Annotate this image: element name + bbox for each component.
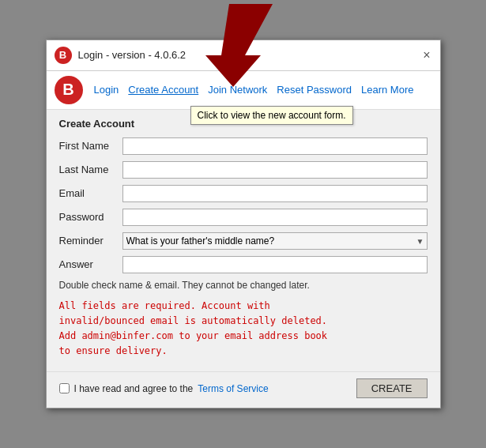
- email-input[interactable]: [122, 185, 428, 202]
- reminder-label: Reminder: [59, 235, 122, 247]
- last-name-label: Last Name: [59, 164, 122, 175]
- window-title: Login - version - 4.0.6.2: [78, 49, 186, 61]
- title-bar: B Login - version - 4.0.6.2 ×: [47, 40, 440, 71]
- close-button[interactable]: ×: [421, 49, 431, 62]
- warning-line-1: All fields are required. Account with: [59, 300, 270, 311]
- nav-logo: B: [55, 76, 83, 104]
- answer-input[interactable]: [122, 256, 428, 273]
- last-name-input[interactable]: [122, 161, 428, 179]
- app-icon: B: [55, 47, 72, 64]
- nav-link-create-account[interactable]: Create Account: [125, 82, 202, 97]
- tos-checkbox[interactable]: [59, 383, 70, 393]
- warning-line-3: Add admin@binfer.com to your email addre…: [59, 330, 328, 341]
- nav-link-join-network[interactable]: Join Network: [205, 82, 270, 97]
- answer-label: Answer: [59, 258, 122, 270]
- main-window: B Login - version - 4.0.6.2 × B Login Cr…: [46, 40, 441, 409]
- title-bar-left: B Login - version - 4.0.6.2: [55, 47, 186, 64]
- nav-link-login[interactable]: Login: [91, 82, 122, 97]
- warning-line-2: invalid/bounced email is automatically d…: [59, 315, 328, 326]
- last-name-row: Last Name: [59, 161, 428, 179]
- footer: I have read and agree to the Terms of Se…: [47, 371, 440, 408]
- first-name-input[interactable]: [122, 137, 428, 155]
- password-label: Password: [59, 211, 122, 223]
- nav-link-reset-password[interactable]: Reset Password: [273, 82, 355, 97]
- tooltip: Click to view the new account form.: [190, 106, 353, 125]
- reminder-select[interactable]: What is your father's middle name?What i…: [122, 232, 428, 250]
- reminder-row: Reminder What is your father's middle na…: [59, 232, 428, 250]
- reminder-select-wrapper: What is your father's middle name?What i…: [122, 232, 428, 250]
- answer-row: Answer: [59, 256, 428, 273]
- tos-link[interactable]: Terms of Service: [198, 383, 268, 394]
- email-row: Email: [59, 185, 428, 202]
- password-input[interactable]: [122, 209, 428, 226]
- password-row: Password: [59, 209, 428, 226]
- tos-prefix-text: I have read and agree to the: [74, 383, 194, 394]
- warning-text: All fields are required. Account with in…: [59, 299, 428, 360]
- email-label: Email: [59, 187, 122, 199]
- nav-bar: B Login Create Account Join Network Rese…: [47, 71, 440, 110]
- double-check-text: Double check name & email. They cannot b…: [59, 280, 428, 291]
- create-button[interactable]: CREATE: [356, 378, 428, 398]
- nav-logo-letter: B: [62, 81, 73, 99]
- first-name-row: First Name: [59, 137, 428, 155]
- form-content: Create Account First Name Last Name Emai…: [47, 110, 440, 372]
- app-icon-letter: B: [59, 49, 66, 61]
- warning-line-4: to ensure delivery.: [59, 345, 168, 356]
- nav-link-learn-more[interactable]: Learn More: [358, 82, 416, 97]
- first-name-label: First Name: [59, 140, 122, 152]
